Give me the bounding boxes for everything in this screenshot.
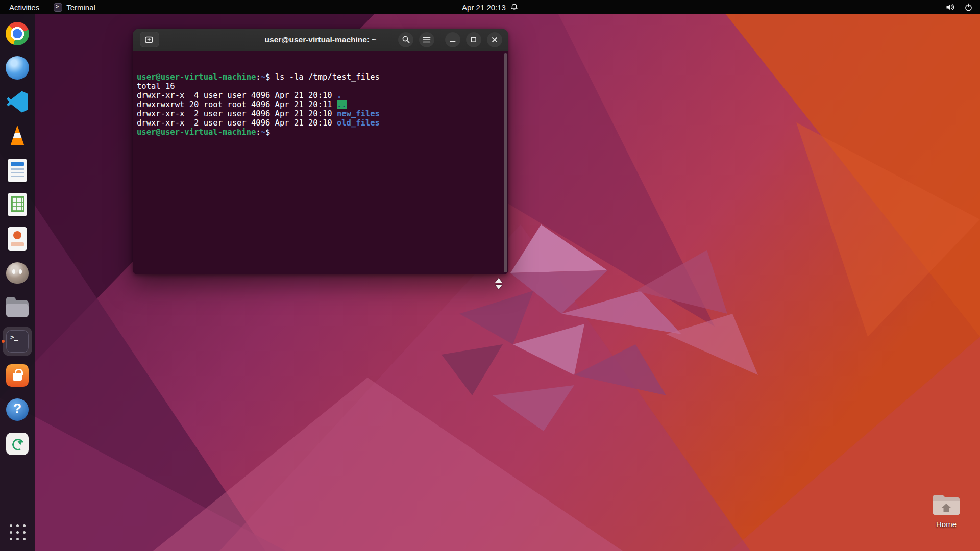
libreoffice-impress-icon <box>8 227 27 251</box>
help-icon-wrap <box>3 395 32 424</box>
show-applications-button[interactable] <box>0 513 35 551</box>
dock-item-libreoffice-writer[interactable] <box>0 153 35 187</box>
home-folder-label: Home <box>928 520 965 529</box>
resize-arrow-up-icon <box>495 278 502 283</box>
focused-app-menu[interactable]: Terminal <box>50 0 100 14</box>
system-status-menu[interactable] <box>946 3 980 12</box>
vscode-icon <box>7 91 28 113</box>
terminal-text-segment: total 16 <box>137 82 175 91</box>
files-icon <box>6 300 29 317</box>
minimize-button[interactable] <box>445 32 460 47</box>
terminal-scrollbar[interactable] <box>504 53 507 272</box>
power-icon <box>964 3 973 12</box>
terminal-app-icon <box>54 3 62 12</box>
terminal-content[interactable]: user@user-virtual-machine:~$ ls -la /tmp… <box>133 51 508 274</box>
maximize-icon <box>470 36 477 43</box>
dock-item-vscode[interactable] <box>0 85 35 119</box>
terminal-headerbar[interactable]: user@user-virtual-machine: ~ <box>133 29 508 51</box>
terminal-text-segment: new_files <box>337 109 380 118</box>
vlc-icon <box>6 126 29 147</box>
new-tab-icon <box>144 36 155 44</box>
terminal-text-segment: drwxr-xr-x 2 user user 4096 Apr 21 20:10 <box>137 118 337 128</box>
terminal-text-segment: . <box>337 91 341 100</box>
libreoffice-calc-icon <box>8 193 27 216</box>
terminal-text-segment: $ <box>265 72 275 82</box>
terminal-text-segment: $ <box>265 128 275 137</box>
dock-item-help[interactable] <box>0 392 35 427</box>
dock-spacer <box>0 461 35 513</box>
search-icon <box>402 35 410 44</box>
terminal-text-segment: ~ <box>261 128 265 137</box>
terminal-text-segment: drwxr-xr-x 4 user user 4096 Apr 21 20:10 <box>137 91 337 100</box>
vlc-icon-wrap <box>3 121 32 151</box>
terminal-line: user@user-virtual-machine:~$ ls -la /tmp… <box>137 72 504 82</box>
chrome-icon <box>6 22 29 45</box>
window-title: user@user-virtual-machine: ~ <box>265 35 377 44</box>
minimize-icon <box>449 36 456 43</box>
terminal-text-segment: old_files <box>337 118 380 128</box>
volume-icon <box>946 3 955 11</box>
app-grid-icon <box>10 524 26 540</box>
thunderbird-icon <box>6 56 29 80</box>
new-tab-button[interactable] <box>140 32 159 47</box>
dock-item-vlc[interactable] <box>0 119 35 153</box>
window-controls <box>398 32 508 47</box>
libreoffice-writer-icon <box>8 159 27 182</box>
menu-button[interactable] <box>419 32 434 47</box>
clock-menu[interactable]: Apr 21 20:13 <box>456 0 524 14</box>
gimp-icon-wrap <box>3 258 32 288</box>
vscode-icon-wrap <box>3 87 32 117</box>
terminal-text-segment: drwxr-xr-x 2 user user 4096 Apr 21 20:10 <box>137 109 337 118</box>
chrome-icon-wrap <box>3 19 32 48</box>
dock-item-ubuntu-software[interactable] <box>0 358 35 392</box>
terminal-text-segment: : <box>256 72 260 82</box>
gimp-icon <box>6 262 29 284</box>
terminal-icon <box>6 330 29 353</box>
software-updater-icon-wrap <box>3 429 32 459</box>
terminal-line: total 16 <box>137 82 504 91</box>
terminal-icon-wrap <box>3 327 32 356</box>
terminal-line: drwxr-xr-x 2 user user 4096 Apr 21 20:10… <box>137 118 504 128</box>
libreoffice-impress-icon-wrap <box>3 224 32 254</box>
terminal-text-segment: : <box>256 128 260 137</box>
hamburger-menu-icon <box>423 36 431 43</box>
close-button[interactable] <box>487 32 502 47</box>
terminal-text-segment: ls -la /tmp/test_files <box>275 72 380 82</box>
folder-icon <box>932 493 961 516</box>
terminal-line: drwxr-xr-x 4 user user 4096 Apr 21 20:10… <box>137 91 504 100</box>
terminal-line: user@user-virtual-machine:~$ <box>137 128 504 137</box>
dock-item-terminal[interactable] <box>0 324 35 358</box>
home-folder-icon[interactable]: Home <box>928 493 965 529</box>
maximize-button[interactable] <box>466 32 481 47</box>
terminal-line: drwxr-xr-x 2 user user 4096 Apr 21 20:10… <box>137 109 504 118</box>
terminal-text-segment: drwxrwxrwt 20 root root 4096 Apr 21 20:1… <box>137 100 337 109</box>
terminal-line: drwxrwxrwt 20 root root 4096 Apr 21 20:1… <box>137 100 504 109</box>
software-updater-icon <box>6 433 29 455</box>
files-icon-wrap <box>3 292 32 322</box>
clock: Apr 21 20:13 <box>462 3 506 12</box>
terminal-window: user@user-virtual-machine: ~ <box>133 29 508 274</box>
ubuntu-software-icon-wrap <box>3 361 32 390</box>
dock-item-thunderbird[interactable] <box>0 51 35 85</box>
terminal-text-segment: user@user-virtual-machine <box>137 128 256 137</box>
libreoffice-calc-icon-wrap <box>3 190 32 219</box>
top-bar: Activities Terminal Apr 21 20:13 <box>0 0 980 14</box>
activities-button[interactable]: Activities <box>4 0 44 14</box>
dock-item-software-updater[interactable] <box>0 427 35 461</box>
close-icon <box>491 36 498 43</box>
focused-app-name: Terminal <box>66 3 95 12</box>
search-button[interactable] <box>398 32 413 47</box>
terminal-text-segment: user@user-virtual-machine <box>137 72 256 82</box>
libreoffice-writer-icon-wrap <box>3 156 32 185</box>
desktop: Activities Terminal Apr 21 20:13 <box>0 0 980 551</box>
dock-item-libreoffice-impress[interactable] <box>0 221 35 256</box>
dock-item-libreoffice-calc[interactable] <box>0 187 35 221</box>
resize-cursor <box>495 278 502 289</box>
thunderbird-icon-wrap <box>3 53 32 83</box>
terminal-text-segment: ~ <box>261 72 265 82</box>
dock-item-gimp[interactable] <box>0 256 35 290</box>
dock-item-files[interactable] <box>0 290 35 324</box>
dock <box>0 14 35 551</box>
dock-item-chrome[interactable] <box>0 16 35 51</box>
resize-arrow-down-icon <box>495 285 502 289</box>
